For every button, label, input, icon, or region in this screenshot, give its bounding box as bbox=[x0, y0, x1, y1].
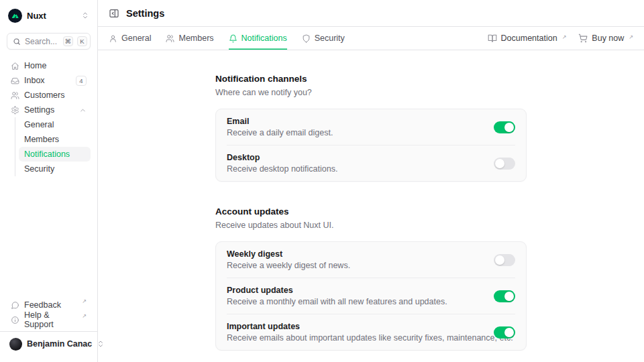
sidebar-nav: Home Inbox 4 Customers Settings bbox=[7, 58, 91, 176]
chevron-up-icon bbox=[79, 107, 87, 114]
tab-members[interactable]: Members bbox=[166, 27, 213, 50]
buy-now-link[interactable]: Buy now ↗ bbox=[578, 34, 633, 43]
sidebar-item-general[interactable]: General bbox=[19, 117, 91, 132]
sidebar-spacer bbox=[7, 176, 91, 298]
shopping-cart-icon bbox=[578, 34, 588, 43]
sidebar-item-security[interactable]: Security bbox=[19, 162, 91, 176]
kbd-cmd: ⌘ bbox=[63, 36, 74, 46]
sidebar-item-members[interactable]: Members bbox=[19, 132, 91, 147]
section-title: Account updates bbox=[215, 206, 527, 217]
app-window: Nuxt Search... ⌘ K Home bbox=[0, 0, 644, 362]
sidebar-item-inbox[interactable]: Inbox 4 bbox=[7, 73, 91, 88]
user-name: Benjamin Canac bbox=[27, 339, 92, 349]
setting-description: Receive a monthly email with all new fea… bbox=[227, 297, 483, 306]
tab-label: Members bbox=[178, 34, 213, 43]
team-switcher[interactable]: Nuxt bbox=[7, 7, 91, 24]
section-subtitle: Receive updates about Nuxt UI. bbox=[215, 221, 527, 230]
external-link-icon: ↗ bbox=[629, 34, 633, 42]
settings-card: Weekly digest Receive a weekly digest of… bbox=[215, 241, 527, 351]
sidebar-item-notifications[interactable]: Notifications bbox=[19, 147, 91, 162]
setting-title: Product updates bbox=[227, 286, 483, 295]
sidebar-item-settings[interactable]: Settings bbox=[7, 103, 91, 117]
tab-label: Security bbox=[315, 34, 345, 43]
section-title: Notification channels bbox=[215, 74, 527, 84]
avatar bbox=[9, 338, 22, 351]
setting-title: Important updates bbox=[227, 322, 483, 331]
tab-notifications[interactable]: Notifications bbox=[229, 27, 287, 50]
weekly-digest-toggle[interactable] bbox=[494, 254, 515, 266]
email-toggle[interactable] bbox=[494, 121, 515, 133]
product-updates-toggle[interactable] bbox=[494, 290, 515, 302]
kbd-k: K bbox=[77, 36, 87, 46]
setting-description: Receive a daily email digest. bbox=[227, 128, 483, 137]
user-menu[interactable]: Benjamin Canac bbox=[7, 335, 91, 353]
sidebar-item-customers[interactable]: Customers bbox=[7, 88, 91, 103]
documentation-link[interactable]: Documentation ↗ bbox=[488, 34, 567, 43]
external-link-icon: ↗ bbox=[562, 34, 567, 42]
setting-row-weekly-digest: Weekly digest Receive a weekly digest of… bbox=[216, 242, 526, 278]
users-icon bbox=[11, 91, 19, 100]
help-support-label: Help & Support bbox=[24, 310, 76, 329]
important-updates-toggle[interactable] bbox=[494, 326, 515, 339]
user-icon bbox=[109, 34, 117, 43]
book-open-icon bbox=[488, 34, 497, 43]
section-subtitle: Where can we notify you? bbox=[215, 88, 527, 97]
external-link-icon: ↗ bbox=[82, 298, 87, 306]
tabs: General Members Notifications bbox=[109, 27, 345, 50]
setting-title: Weekly digest bbox=[227, 249, 483, 259]
settings-submenu: General Members Notifications Security bbox=[15, 117, 91, 176]
sidebar: Nuxt Search... ⌘ K Home bbox=[0, 0, 98, 362]
setting-row-product-updates: Product updates Receive a monthly email … bbox=[216, 278, 526, 314]
header-actions: Documentation ↗ Buy now ↗ bbox=[488, 27, 633, 50]
setting-row-email: Email Receive a daily email digest. bbox=[216, 109, 526, 145]
gear-icon bbox=[11, 106, 19, 115]
tab-label: Notifications bbox=[241, 34, 287, 43]
help-support-link[interactable]: Help & Support ↗ bbox=[7, 312, 91, 327]
external-link-icon: ↗ bbox=[82, 312, 87, 321]
inbox-count-badge: 4 bbox=[76, 76, 87, 86]
nuxt-logo-icon bbox=[8, 9, 22, 23]
buy-now-label: Buy now bbox=[592, 34, 624, 43]
sidebar-item-home[interactable]: Home bbox=[7, 58, 91, 73]
main-panel: Settings General Members bbox=[98, 0, 644, 362]
documentation-label: Documentation bbox=[501, 34, 557, 43]
desktop-toggle[interactable] bbox=[494, 158, 515, 170]
setting-description: Receive a weekly digest of news. bbox=[227, 261, 483, 270]
setting-description: Receive desktop notifications. bbox=[227, 164, 483, 174]
users-icon bbox=[166, 34, 174, 43]
sidebar-footer: Feedback ↗ Help & Support ↗ Benjamin Can… bbox=[7, 298, 91, 357]
search-input[interactable]: Search... ⌘ K bbox=[7, 33, 91, 50]
inbox-icon bbox=[11, 76, 19, 85]
tab-security[interactable]: Security bbox=[302, 27, 345, 50]
sidebar-item-label: Inbox bbox=[24, 76, 71, 85]
page-title: Settings bbox=[126, 8, 164, 19]
sidebar-collapse-icon[interactable] bbox=[109, 8, 119, 19]
settings-content: Notification channels Where can we notif… bbox=[98, 50, 644, 362]
chevrons-up-down-icon bbox=[81, 11, 89, 19]
sidebar-item-label: Home bbox=[24, 61, 87, 70]
tab-general[interactable]: General bbox=[109, 27, 151, 50]
setting-row-desktop: Desktop Receive desktop notifications. bbox=[216, 145, 526, 181]
sidebar-item-label: Customers bbox=[24, 90, 87, 100]
search-icon bbox=[13, 38, 21, 46]
info-circle-icon bbox=[11, 316, 19, 324]
setting-row-important-updates: Important updates Receive emails about i… bbox=[216, 314, 526, 350]
tab-bar: General Members Notifications bbox=[98, 27, 644, 50]
search-placeholder: Search... bbox=[25, 37, 59, 46]
page-header: Settings bbox=[98, 0, 644, 27]
tab-label: General bbox=[121, 34, 151, 43]
section-account-updates: Account updates Receive updates about Nu… bbox=[215, 206, 527, 351]
settings-card: Email Receive a daily email digest. Desk… bbox=[215, 109, 527, 182]
setting-title: Desktop bbox=[227, 153, 483, 162]
home-icon bbox=[11, 62, 19, 70]
feedback-label: Feedback bbox=[24, 300, 76, 310]
message-circle-icon bbox=[11, 301, 19, 310]
bell-icon bbox=[229, 34, 237, 43]
team-name: Nuxt bbox=[27, 11, 76, 21]
setting-title: Email bbox=[227, 117, 483, 126]
sidebar-divider bbox=[0, 331, 97, 332]
sidebar-item-label: Settings bbox=[24, 105, 74, 115]
section-notification-channels: Notification channels Where can we notif… bbox=[215, 74, 527, 182]
shield-icon bbox=[302, 34, 311, 43]
setting-description: Receive emails about important updates l… bbox=[227, 333, 483, 343]
